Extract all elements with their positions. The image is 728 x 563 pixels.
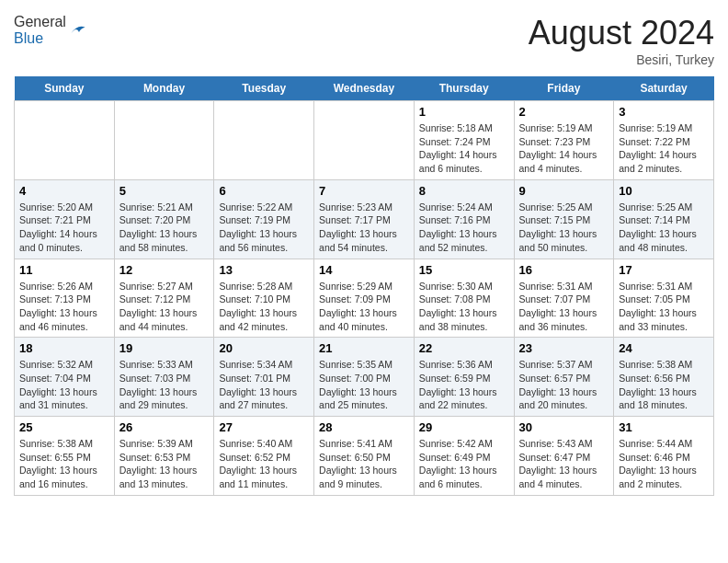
day-number: 23: [519, 341, 609, 355]
calendar-week-row: 4Sunrise: 5:20 AM Sunset: 7:21 PM Daylig…: [15, 179, 714, 259]
day-number: 27: [219, 420, 309, 434]
calendar-cell: 4Sunrise: 5:20 AM Sunset: 7:21 PM Daylig…: [15, 179, 115, 259]
header-monday: Monday: [114, 76, 214, 101]
calendar-cell: 29Sunrise: 5:42 AM Sunset: 6:49 PM Dayli…: [414, 417, 514, 496]
calendar-week-row: 1Sunrise: 5:18 AM Sunset: 7:24 PM Daylig…: [15, 101, 714, 180]
day-number: 30: [519, 420, 609, 434]
day-number: 7: [319, 184, 409, 198]
day-info: Sunrise: 5:31 AM Sunset: 7:07 PM Dayligh…: [519, 280, 609, 334]
logo: General Blue: [14, 14, 86, 47]
logo-bird-icon: [68, 21, 86, 40]
calendar-cell: 8Sunrise: 5:24 AM Sunset: 7:16 PM Daylig…: [414, 179, 514, 259]
calendar-cell: 26Sunrise: 5:39 AM Sunset: 6:53 PM Dayli…: [114, 417, 214, 496]
header-sunday: Sunday: [15, 76, 115, 101]
day-info: Sunrise: 5:19 AM Sunset: 7:22 PM Dayligh…: [619, 121, 709, 176]
calendar-week-row: 25Sunrise: 5:38 AM Sunset: 6:55 PM Dayli…: [15, 417, 714, 496]
day-number: 29: [419, 420, 509, 434]
day-number: 15: [419, 263, 509, 277]
title-section: August 2024 Besiri, Turkey: [529, 14, 714, 67]
day-info: Sunrise: 5:19 AM Sunset: 7:23 PM Dayligh…: [519, 121, 609, 176]
calendar-cell: [314, 101, 415, 180]
day-info: Sunrise: 5:25 AM Sunset: 7:14 PM Dayligh…: [619, 201, 709, 255]
day-info: Sunrise: 5:20 AM Sunset: 7:21 PM Dayligh…: [19, 201, 109, 255]
calendar-cell: 12Sunrise: 5:27 AM Sunset: 7:12 PM Dayli…: [114, 259, 214, 338]
logo-general-text: General: [14, 14, 66, 29]
day-number: 10: [619, 184, 709, 198]
logo-blue-text: Blue: [14, 30, 43, 46]
day-number: 8: [419, 184, 509, 198]
calendar-cell: [214, 101, 314, 180]
calendar-cell: 24Sunrise: 5:38 AM Sunset: 6:56 PM Dayli…: [614, 338, 714, 417]
calendar-cell: 14Sunrise: 5:29 AM Sunset: 7:09 PM Dayli…: [314, 259, 415, 338]
day-number: 17: [619, 263, 709, 277]
calendar-cell: 18Sunrise: 5:32 AM Sunset: 7:04 PM Dayli…: [15, 338, 115, 417]
calendar-cell: 5Sunrise: 5:21 AM Sunset: 7:20 PM Daylig…: [114, 179, 214, 259]
day-number: 16: [519, 263, 609, 277]
day-info: Sunrise: 5:43 AM Sunset: 6:47 PM Dayligh…: [519, 437, 609, 491]
day-info: Sunrise: 5:27 AM Sunset: 7:12 PM Dayligh…: [119, 280, 210, 334]
month-year-title: August 2024: [529, 14, 714, 52]
day-number: 26: [119, 420, 210, 434]
day-number: 22: [419, 341, 509, 355]
calendar-cell: 27Sunrise: 5:40 AM Sunset: 6:52 PM Dayli…: [214, 417, 314, 496]
calendar-cell: 25Sunrise: 5:38 AM Sunset: 6:55 PM Dayli…: [15, 417, 115, 496]
day-info: Sunrise: 5:35 AM Sunset: 7:00 PM Dayligh…: [319, 358, 409, 412]
day-number: 1: [419, 105, 509, 119]
day-info: Sunrise: 5:44 AM Sunset: 6:46 PM Dayligh…: [619, 437, 709, 491]
calendar-cell: 2Sunrise: 5:19 AM Sunset: 7:23 PM Daylig…: [514, 101, 614, 180]
day-info: Sunrise: 5:28 AM Sunset: 7:10 PM Dayligh…: [219, 280, 309, 334]
day-info: Sunrise: 5:30 AM Sunset: 7:08 PM Dayligh…: [419, 280, 509, 334]
calendar-cell: 6Sunrise: 5:22 AM Sunset: 7:19 PM Daylig…: [214, 179, 314, 259]
header-wednesday: Wednesday: [314, 76, 415, 101]
calendar-cell: 28Sunrise: 5:41 AM Sunset: 6:50 PM Dayli…: [314, 417, 415, 496]
day-info: Sunrise: 5:34 AM Sunset: 7:01 PM Dayligh…: [219, 358, 309, 412]
day-info: Sunrise: 5:32 AM Sunset: 7:04 PM Dayligh…: [19, 358, 109, 412]
calendar-cell: 10Sunrise: 5:25 AM Sunset: 7:14 PM Dayli…: [614, 179, 714, 259]
calendar-cell: 19Sunrise: 5:33 AM Sunset: 7:03 PM Dayli…: [114, 338, 214, 417]
header-thursday: Thursday: [414, 76, 514, 101]
calendar-week-row: 11Sunrise: 5:26 AM Sunset: 7:13 PM Dayli…: [15, 259, 714, 338]
header-friday: Friday: [514, 76, 614, 101]
calendar-cell: 23Sunrise: 5:37 AM Sunset: 6:57 PM Dayli…: [514, 338, 614, 417]
calendar-cell: 30Sunrise: 5:43 AM Sunset: 6:47 PM Dayli…: [514, 417, 614, 496]
day-info: Sunrise: 5:40 AM Sunset: 6:52 PM Dayligh…: [219, 437, 309, 491]
calendar-cell: 9Sunrise: 5:25 AM Sunset: 7:15 PM Daylig…: [514, 179, 614, 259]
day-info: Sunrise: 5:41 AM Sunset: 6:50 PM Dayligh…: [319, 437, 409, 491]
header-tuesday: Tuesday: [214, 76, 314, 101]
day-info: Sunrise: 5:33 AM Sunset: 7:03 PM Dayligh…: [119, 358, 210, 412]
day-info: Sunrise: 5:36 AM Sunset: 6:59 PM Dayligh…: [419, 358, 509, 412]
calendar-header-row: Sunday Monday Tuesday Wednesday Thursday…: [15, 76, 714, 101]
calendar-cell: 7Sunrise: 5:23 AM Sunset: 7:17 PM Daylig…: [314, 179, 415, 259]
calendar-cell: 15Sunrise: 5:30 AM Sunset: 7:08 PM Dayli…: [414, 259, 514, 338]
day-number: 12: [119, 263, 210, 277]
day-info: Sunrise: 5:25 AM Sunset: 7:15 PM Dayligh…: [519, 201, 609, 255]
day-info: Sunrise: 5:18 AM Sunset: 7:24 PM Dayligh…: [419, 121, 509, 176]
calendar-cell: 13Sunrise: 5:28 AM Sunset: 7:10 PM Dayli…: [214, 259, 314, 338]
day-number: 11: [19, 263, 109, 277]
day-info: Sunrise: 5:26 AM Sunset: 7:13 PM Dayligh…: [19, 280, 109, 334]
day-number: 14: [319, 263, 409, 277]
calendar-cell: 20Sunrise: 5:34 AM Sunset: 7:01 PM Dayli…: [214, 338, 314, 417]
calendar-week-row: 18Sunrise: 5:32 AM Sunset: 7:04 PM Dayli…: [15, 338, 714, 417]
day-number: 5: [119, 184, 210, 198]
day-number: 24: [619, 341, 709, 355]
day-number: 20: [219, 341, 309, 355]
calendar-cell: 1Sunrise: 5:18 AM Sunset: 7:24 PM Daylig…: [414, 101, 514, 180]
day-number: 18: [19, 341, 109, 355]
location-subtitle: Besiri, Turkey: [529, 52, 714, 67]
day-info: Sunrise: 5:37 AM Sunset: 6:57 PM Dayligh…: [519, 358, 609, 412]
day-number: 31: [619, 420, 709, 434]
header-saturday: Saturday: [614, 76, 714, 101]
day-number: 9: [519, 184, 609, 198]
day-number: 21: [319, 341, 409, 355]
day-number: 19: [119, 341, 210, 355]
calendar-cell: 3Sunrise: 5:19 AM Sunset: 7:22 PM Daylig…: [614, 101, 714, 180]
calendar-cell: 17Sunrise: 5:31 AM Sunset: 7:05 PM Dayli…: [614, 259, 714, 338]
day-info: Sunrise: 5:21 AM Sunset: 7:20 PM Dayligh…: [119, 201, 210, 255]
day-info: Sunrise: 5:22 AM Sunset: 7:19 PM Dayligh…: [219, 201, 309, 255]
calendar-cell: 11Sunrise: 5:26 AM Sunset: 7:13 PM Dayli…: [15, 259, 115, 338]
calendar-cell: [15, 101, 115, 180]
calendar-table: Sunday Monday Tuesday Wednesday Thursday…: [14, 76, 714, 496]
page-header: General Blue August 2024 Besiri, Turkey: [14, 14, 714, 67]
day-info: Sunrise: 5:39 AM Sunset: 6:53 PM Dayligh…: [119, 437, 210, 491]
